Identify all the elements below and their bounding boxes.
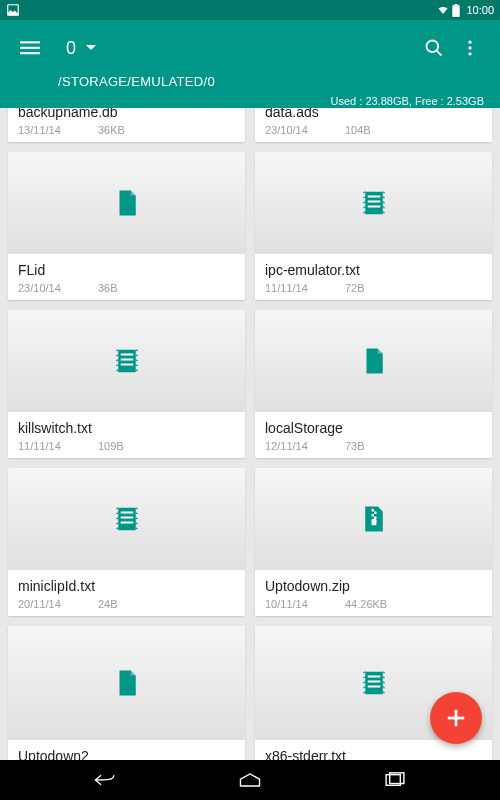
svg-rect-1 bbox=[453, 4, 460, 16]
picture-icon bbox=[6, 3, 20, 17]
file-name: backupname.db bbox=[18, 108, 235, 120]
app-bar: 0 /STORAGE/EMULATED/0 Used : 23.88GB, Fr… bbox=[0, 20, 500, 117]
svg-rect-20 bbox=[371, 509, 374, 512]
file-card[interactable]: Uptodown.zip10/11/1444.26KB bbox=[255, 468, 492, 616]
file-card[interactable]: miniclipId.txt20/11/1424B bbox=[8, 468, 245, 616]
file-card[interactable]: FLid23/10/1436B bbox=[8, 152, 245, 300]
svg-rect-19 bbox=[120, 522, 133, 524]
file-date: 12/11/14 bbox=[265, 440, 345, 452]
file-thumbnail bbox=[8, 310, 245, 412]
svg-rect-16 bbox=[120, 364, 133, 366]
svg-point-9 bbox=[468, 46, 471, 49]
menu-button[interactable] bbox=[12, 30, 48, 66]
file-size: 73B bbox=[345, 440, 365, 452]
file-card[interactable]: killswitch.txt11/11/14109B bbox=[8, 310, 245, 458]
search-button[interactable] bbox=[416, 30, 452, 66]
svg-rect-14 bbox=[120, 354, 133, 356]
file-icon bbox=[112, 188, 142, 218]
file-name: ipc-emulator.txt bbox=[265, 262, 482, 278]
file-date: 23/10/14 bbox=[18, 282, 98, 294]
svg-rect-4 bbox=[20, 47, 40, 49]
file-size: 44.26KB bbox=[345, 598, 387, 610]
svg-rect-18 bbox=[120, 517, 133, 519]
file-icon bbox=[112, 668, 142, 698]
battery-icon bbox=[452, 4, 460, 17]
svg-rect-11 bbox=[367, 196, 380, 198]
svg-rect-17 bbox=[120, 512, 133, 514]
overflow-menu-button[interactable] bbox=[452, 30, 488, 66]
status-bar: 10:00 bbox=[0, 0, 500, 20]
file-date: 20/11/14 bbox=[18, 598, 98, 610]
file-name: FLid bbox=[18, 262, 235, 278]
file-thumbnail bbox=[255, 468, 492, 570]
add-fab[interactable] bbox=[430, 692, 482, 744]
nav-back-button[interactable] bbox=[65, 760, 145, 800]
file-icon bbox=[359, 346, 389, 376]
status-time: 10:00 bbox=[466, 4, 494, 16]
file-thumbnail bbox=[8, 468, 245, 570]
wifi-icon bbox=[436, 4, 450, 16]
svg-line-7 bbox=[437, 51, 442, 56]
zip-icon bbox=[359, 504, 389, 534]
breadcrumb-path[interactable]: /STORAGE/EMULATED/0 bbox=[12, 68, 488, 91]
file-date: 10/11/14 bbox=[265, 598, 345, 610]
file-grid-container: backupname.db13/11/1436KBdata.ads23/10/1… bbox=[0, 108, 500, 760]
svg-point-8 bbox=[468, 41, 471, 44]
file-name: killswitch.txt bbox=[18, 420, 235, 436]
svg-rect-27 bbox=[367, 686, 380, 688]
svg-rect-13 bbox=[367, 206, 380, 208]
text-file-icon bbox=[112, 346, 142, 376]
file-card[interactable]: ipc-emulator.txt11/11/1472B bbox=[255, 152, 492, 300]
svg-rect-15 bbox=[120, 359, 133, 361]
file-thumbnail bbox=[255, 310, 492, 412]
svg-rect-5 bbox=[20, 52, 40, 54]
text-file-icon bbox=[359, 188, 389, 218]
file-size: 24B bbox=[98, 598, 118, 610]
file-size: 36B bbox=[98, 282, 118, 294]
file-size: 104B bbox=[345, 124, 371, 136]
svg-rect-21 bbox=[374, 512, 377, 515]
chevron-down-icon bbox=[86, 43, 96, 53]
text-file-icon bbox=[112, 504, 142, 534]
file-name: Uptodown.zip bbox=[265, 578, 482, 594]
file-date: 13/11/14 bbox=[18, 124, 98, 136]
text-file-icon bbox=[359, 668, 389, 698]
file-date: 23/10/14 bbox=[265, 124, 345, 136]
nav-home-button[interactable] bbox=[210, 760, 290, 800]
file-card[interactable]: Uptodown2 bbox=[8, 626, 245, 760]
file-card[interactable]: backupname.db13/11/1436KB bbox=[8, 108, 245, 142]
file-size: 72B bbox=[345, 282, 365, 294]
android-nav-bar bbox=[0, 760, 500, 800]
file-name: x86-stderr.txt bbox=[265, 748, 482, 760]
file-thumbnail bbox=[8, 152, 245, 254]
svg-point-6 bbox=[427, 41, 439, 53]
file-thumbnail bbox=[255, 152, 492, 254]
file-grid: backupname.db13/11/1436KBdata.ads23/10/1… bbox=[0, 108, 500, 760]
svg-rect-24 bbox=[371, 519, 376, 525]
file-size: 36KB bbox=[98, 124, 125, 136]
svg-rect-25 bbox=[367, 676, 380, 678]
file-name: Uptodown2 bbox=[18, 748, 235, 760]
svg-rect-3 bbox=[20, 41, 40, 43]
file-card[interactable]: localStorage12/11/1473B bbox=[255, 310, 492, 458]
file-thumbnail bbox=[8, 626, 245, 740]
file-date: 11/11/14 bbox=[18, 440, 98, 452]
svg-rect-2 bbox=[455, 4, 458, 6]
file-name: data.ads bbox=[265, 108, 482, 120]
nav-recent-button[interactable] bbox=[355, 760, 435, 800]
file-name: miniclipId.txt bbox=[18, 578, 235, 594]
svg-rect-12 bbox=[367, 201, 380, 203]
file-name: localStorage bbox=[265, 420, 482, 436]
svg-rect-22 bbox=[371, 514, 374, 517]
plus-icon bbox=[445, 707, 467, 729]
svg-rect-23 bbox=[374, 517, 377, 520]
svg-point-10 bbox=[468, 52, 471, 55]
file-size: 109B bbox=[98, 440, 124, 452]
tab-selector[interactable]: 0 bbox=[66, 38, 96, 59]
svg-rect-26 bbox=[367, 681, 380, 683]
svg-rect-29 bbox=[448, 717, 465, 720]
tab-label: 0 bbox=[66, 38, 76, 59]
file-card[interactable]: data.ads23/10/14104B bbox=[255, 108, 492, 142]
file-date: 11/11/14 bbox=[265, 282, 345, 294]
